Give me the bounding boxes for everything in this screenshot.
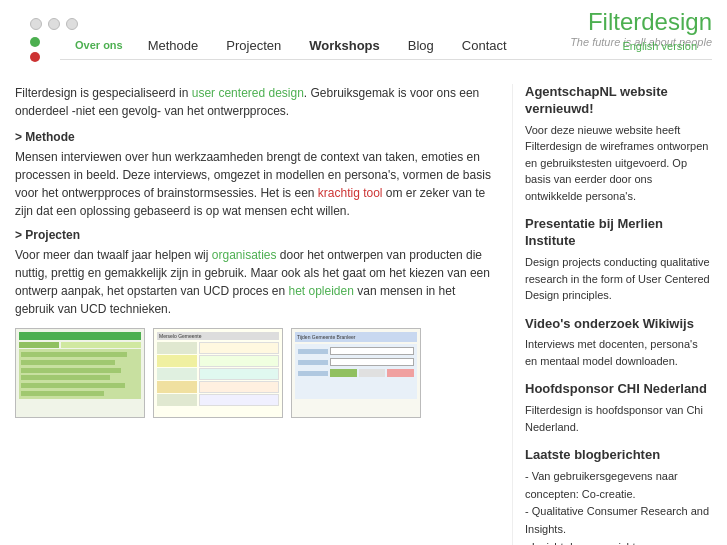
organisaties-link[interactable]: organisaties bbox=[212, 248, 277, 262]
sidebar-blog-items: Van gebruikersgegevens naar concepten: C… bbox=[525, 468, 712, 545]
sidebar-wikiwijs: Video's onderzoek Wikiwijs Interviews me… bbox=[525, 316, 712, 370]
user-centered-design-link[interactable]: user centered design bbox=[192, 86, 304, 100]
sidebar-agentschap: AgentschapNL website vernieuwd! Voor dez… bbox=[525, 84, 712, 204]
methode-section: > Methode Mensen interviewen over hun we… bbox=[15, 130, 492, 220]
sidebar-wikiwijs-body: Interviews met docenten, persona's en me… bbox=[525, 336, 712, 369]
maximize-button[interactable] bbox=[66, 18, 78, 30]
right-sidebar: AgentschapNL website vernieuwd! Voor dez… bbox=[512, 84, 712, 545]
nav-contact[interactable]: Contact bbox=[462, 38, 507, 53]
sidebar-agentschap-title: AgentschapNL website vernieuwd! bbox=[525, 84, 712, 118]
sidebar-chi-body: Filterdesign is hoofdsponsor van Chi Ned… bbox=[525, 402, 712, 435]
close-button[interactable] bbox=[30, 18, 42, 30]
nav-workshops[interactable]: Workshops bbox=[309, 38, 380, 53]
thumbnail-3[interactable]: Tijden Gemeente Branleer bbox=[291, 328, 421, 418]
main-content: Filterdesign is gespecialiseerd in user … bbox=[15, 84, 492, 545]
projecten-section: > Projecten Voor meer dan twaalf jaar he… bbox=[15, 228, 492, 318]
intro-paragraph: Filterdesign is gespecialiseerd in user … bbox=[15, 84, 492, 120]
blog-item-3[interactable]: Inzicht door overzicht. bbox=[525, 539, 712, 545]
sidebar-blog: Laatste blogberichten Van gebruikersgege… bbox=[525, 447, 712, 545]
logo-title: Filterdesign bbox=[570, 8, 712, 36]
thumbnail-1[interactable] bbox=[15, 328, 145, 418]
projecten-body: Voor meer dan twaalf jaar helpen wij org… bbox=[15, 246, 492, 318]
nav-blog[interactable]: Blog bbox=[408, 38, 434, 53]
english-version-link[interactable]: English version bbox=[622, 40, 697, 52]
nav-methode[interactable]: Methode bbox=[148, 38, 199, 53]
dot-green bbox=[30, 37, 40, 47]
sidebar-blog-title: Laatste blogberichten bbox=[525, 447, 712, 464]
sidebar-merlien-body: Design projects conducting qualitative r… bbox=[525, 254, 712, 304]
opleiden-link[interactable]: het opleiden bbox=[289, 284, 354, 298]
projecten-title: > Projecten bbox=[15, 228, 492, 242]
sidebar-chi-title: Hoofdsponsor CHI Nederland bbox=[525, 381, 712, 398]
methode-body: Mensen interviewen over hun werkzaamhede… bbox=[15, 148, 492, 220]
nav-projecten[interactable]: Projecten bbox=[226, 38, 281, 53]
thumbnail-2[interactable]: Merselo Gemeente bbox=[153, 328, 283, 418]
minimize-button[interactable] bbox=[48, 18, 60, 30]
sidebar-agentschap-body: Voor deze nieuwe website heeft Filterdes… bbox=[525, 122, 712, 205]
blog-item-2[interactable]: Qualitative Consumer Research and Insigh… bbox=[525, 503, 712, 538]
krachtig-tool-link[interactable]: krachtig tool bbox=[318, 186, 383, 200]
blog-item-1[interactable]: Van gebruikersgegevens naar concepten: C… bbox=[525, 468, 712, 503]
main-nav: Methode Projecten Workshops Blog Contact bbox=[148, 38, 507, 53]
sidebar-chi: Hoofdsponsor CHI Nederland Filterdesign … bbox=[525, 381, 712, 435]
sidebar-merlien: Presentatie bij Merlien Institute Design… bbox=[525, 216, 712, 303]
sidebar-wikiwijs-title: Video's onderzoek Wikiwijs bbox=[525, 316, 712, 333]
over-ons-nav-item[interactable]: Over ons bbox=[75, 38, 123, 52]
sidebar-merlien-title: Presentatie bij Merlien Institute bbox=[525, 216, 712, 250]
methode-title: > Methode bbox=[15, 130, 492, 144]
dot-red bbox=[30, 52, 40, 62]
thumbnail-gallery: Merselo Gemeente bbox=[15, 328, 492, 418]
